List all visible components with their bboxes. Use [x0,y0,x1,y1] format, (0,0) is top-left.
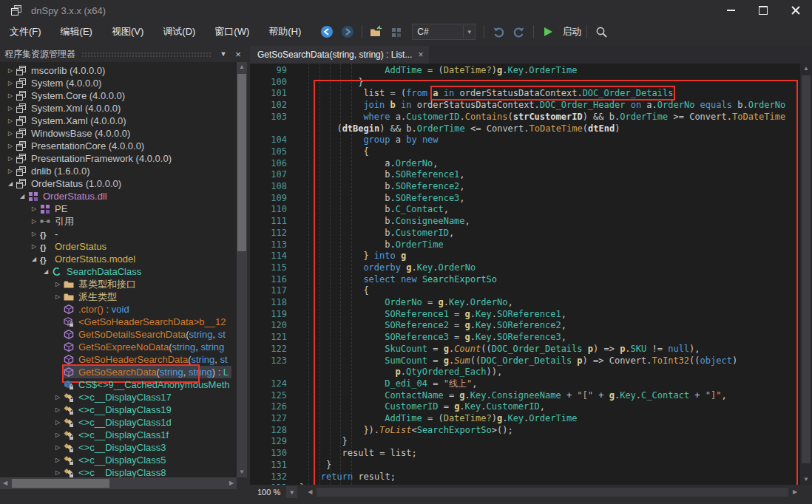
code-text[interactable]: } [300,436,348,448]
tree-item[interactable]: ▷WindowsBase (4.0.0.0) [0,127,237,140]
tree-item[interactable]: CS$<>9__CachedAnonymousMeth [0,378,237,391]
code-text[interactable]: join b in orderStatusDataContext.DOC_Ord… [300,100,785,112]
tree-item[interactable]: ▷派生类型 [0,290,237,303]
code-text[interactable]: b.OrderTime [300,239,444,251]
menu-6[interactable]: 帮助(H) [259,21,311,43]
menu-1[interactable]: 文件(F) [0,21,51,43]
tree-item[interactable]: ▷<>c__DisplayClass8 [0,466,237,477]
tree-horizontal-scrollbar[interactable]: ◀ ▶ [0,477,237,489]
panel-close-button[interactable]: × [232,48,244,60]
expander-collapsed-icon[interactable]: ▷ [4,143,16,149]
expander-collapsed-icon[interactable]: ▷ [52,432,64,438]
tree-item[interactable]: ▷{}- [0,228,237,240]
code-text[interactable]: } into g [300,251,406,262]
code-text[interactable]: CustomerID = g.Key.CustomerID, [300,401,545,413]
tree-hscroll-thumb[interactable] [12,479,109,488]
tree-item[interactable]: ◢{}OrderStatus.model [0,253,237,265]
expander-collapsed-icon[interactable]: ▷ [52,293,64,300]
undo-button[interactable] [490,23,507,41]
tab-getsosearchdata[interactable]: GetSoSearchData(string, string) : List..… [250,46,429,64]
code-vscroll-thumb[interactable] [802,75,811,463]
code-text[interactable]: b.SOReference2, [300,181,465,193]
expander-collapsed-icon[interactable]: ▷ [4,92,16,99]
go-to-entrypoint-button[interactable] [388,23,406,41]
expander-collapsed-icon[interactable]: ▷ [52,394,64,401]
expander-collapsed-icon[interactable]: ▷ [52,457,64,463]
expander-collapsed-icon[interactable]: ▷ [4,168,16,174]
tree-item[interactable]: ▷mscorlib (4.0.0.0) [0,64,237,77]
chevron-down-icon[interactable]: ▼ [286,486,297,498]
expander-collapsed-icon[interactable]: ▷ [52,406,64,413]
tree-item[interactable]: GetSoDetailsSearchData(string, st [0,328,237,341]
code-text[interactable]: (dtBegin) && b.OrderTime <= Convert.ToDa… [300,123,620,135]
expander-collapsed-icon[interactable]: ▷ [28,231,40,237]
expander-collapsed-icon[interactable]: ▷ [28,243,40,250]
code-text[interactable]: AddTime = (DateTime?)g.Key.OrderTime [300,65,577,77]
scroll-left-icon[interactable]: ◀ [305,487,315,497]
tree-item[interactable]: ▷System.Xml (4.0.0.0) [0,102,237,115]
menu-5[interactable]: 窗口(W) [205,21,259,43]
code-text[interactable]: { [300,146,369,158]
expander-collapsed-icon[interactable]: ▷ [4,118,16,124]
code-text[interactable]: D_edi_04 = "线上", [300,378,477,390]
panel-menu-button[interactable]: ▼ [217,48,229,60]
tree-item[interactable]: ▷{}OrderStatus [0,240,237,253]
tree-item[interactable]: ▷<>c__DisplayClass17 [0,391,237,403]
expander-expanded-icon[interactable]: ◢ [4,180,16,187]
tree-item[interactable]: ▷<>c__DisplayClass1d [0,416,237,429]
scroll-down-icon[interactable]: ▼ [800,474,812,485]
code-text[interactable]: SumCount = g.Sum((DOC_Order_Details p) =… [300,355,737,367]
tree-item[interactable]: ◢SearchDataClass [0,265,237,278]
expander-collapsed-icon[interactable]: ▷ [28,218,40,225]
code-hscroll-thumb[interactable] [317,488,788,497]
tree-item[interactable]: <GetSoHeaderSearchData>b__12 [0,316,237,328]
code-text[interactable]: list = (from a in orderStatusDataContext… [300,88,673,100]
tree-item[interactable]: ◢OrderStatus (1.0.0.0) [0,177,237,190]
menu-4[interactable]: 调试(D) [153,21,205,43]
chevron-down-icon[interactable]: ▼ [463,25,475,38]
scroll-right-icon[interactable]: ▶ [226,478,237,488]
tree-item[interactable]: ◢OrderStatus.dll [0,190,237,202]
start-debug-button[interactable] [539,23,557,41]
code-text[interactable]: group a by new [300,134,439,146]
tree-item[interactable]: ▷dnlib (1.6.0.0) [0,165,237,177]
tree-item[interactable]: ▷<>c__DisplayClass19 [0,403,237,416]
minimize-button[interactable] [714,0,747,21]
code-text[interactable]: where a.CustomerID.Contains(strCustomerI… [300,112,785,123]
tree-item[interactable]: ▷PresentationCore (4.0.0.0) [0,140,237,152]
tree-vscroll-thumb[interactable] [237,74,246,251]
expander-collapsed-icon[interactable]: ▷ [4,80,16,86]
code-text[interactable]: } [300,460,331,471]
tree-item[interactable]: ▷PE [0,202,237,215]
start-label[interactable]: 启动 [562,25,581,38]
tree-item[interactable]: ▷System (4.0.0.0) [0,77,237,89]
code-vertical-scrollbar[interactable]: ▲ ▼ [800,64,812,485]
expander-collapsed-icon[interactable]: ▷ [52,444,64,451]
code-text[interactable]: result = list; [300,448,417,460]
scroll-up-icon[interactable]: ▲ [237,62,247,72]
panel-grip[interactable] [81,52,212,57]
expander-expanded-icon[interactable]: ◢ [28,256,40,262]
tree-item[interactable]: ▷<>c__DisplayClass3 [0,441,237,454]
code-text[interactable]: return result; [300,471,396,483]
code-text[interactable]: b.ConsigneeName, [300,216,470,228]
expander-expanded-icon[interactable]: ◢ [40,268,52,275]
code-text[interactable]: b.SOReference1, [300,169,465,181]
tree-item[interactable]: GetSoExpreeNoData(string, string [0,341,237,353]
code-text[interactable]: }).ToList<SearchExportSo>(); [300,425,513,437]
tree-item[interactable]: ▷<>c__DisplayClass1f [0,429,237,441]
code-horizontal-scrollbar[interactable]: ◀ ▶ [305,486,800,498]
menu-2[interactable]: 编辑(E) [51,21,102,43]
tab-close-icon[interactable]: × [418,50,423,59]
language-select[interactable]: C# ▼ [412,24,476,40]
close-button[interactable] [779,0,812,21]
expander-collapsed-icon[interactable]: ▷ [4,155,16,162]
expander-collapsed-icon[interactable]: ▷ [52,281,64,287]
scroll-left-icon[interactable]: ◀ [0,478,10,488]
expander-collapsed-icon[interactable]: ▷ [52,419,64,426]
expander-collapsed-icon[interactable]: ▷ [4,130,16,137]
tree-item[interactable]: GetSoHeaderSearchData(string, st [0,353,237,366]
zoom-control[interactable]: 100 % ▼ [251,486,297,499]
code-text[interactable]: SOReference3 = g.Key.SOReference3, [300,332,566,344]
tree-item[interactable]: ▷引用 [0,215,237,228]
